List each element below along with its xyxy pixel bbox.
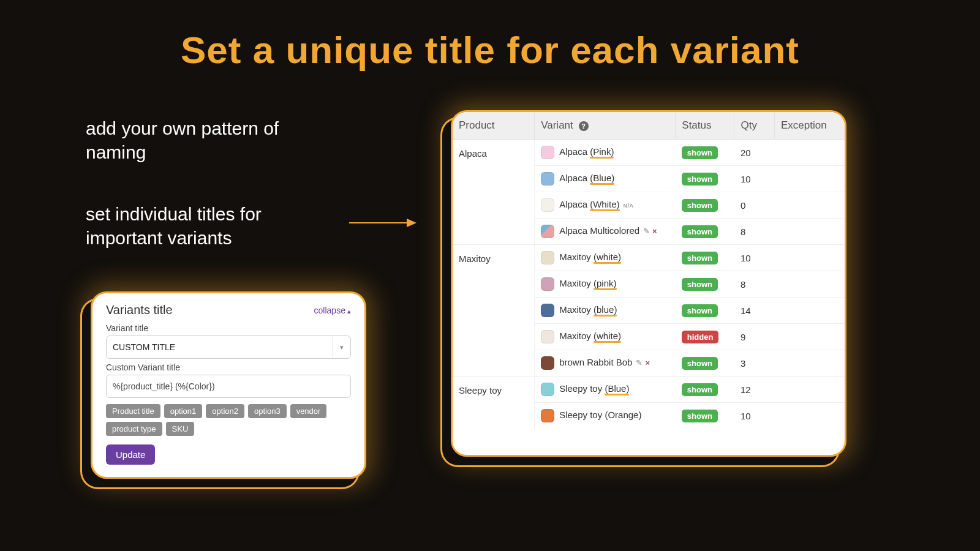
qty-cell: 12 [734,377,774,403]
token-chip[interactable]: Product title [106,404,160,418]
table-row: AlpacaAlpaca (Pink)shown20 [453,140,845,166]
product-thumb-icon [541,277,554,291]
status-badge: shown [682,304,718,317]
qty-cell: 9 [734,324,774,350]
product-thumb-icon [541,356,554,370]
table-row: MaxitoyMaxitoy (white)shown10 [453,245,845,271]
variant-cell: brown Rabbit Bob✎× [535,350,676,377]
arrow-icon [349,216,417,230]
product-thumb-icon [541,330,554,343]
exception-cell [774,377,845,403]
variant-cell: Sleepy toy (Blue) [535,377,676,403]
svg-marker-1 [407,219,417,227]
token-chip[interactable]: option3 [248,404,287,418]
status-cell: shown [676,192,734,219]
variant-cell: Alpaca Multicolored✎× [535,219,676,245]
delete-icon[interactable]: × [652,227,657,236]
exception-cell [774,350,845,377]
exception-cell [774,271,845,298]
status-cell: shown [676,245,734,271]
status-cell: shown [676,350,734,377]
variants-table-card: Product Variant ? Status Qty Exception A… [451,110,846,457]
variant-cell: Maxitoy (pink) [535,271,676,298]
variant-cell: Maxitoy (white) [535,324,676,350]
custom-title-input[interactable]: %{product_title} (%{Color}) [106,375,351,398]
qty-cell: 14 [734,298,774,324]
qty-cell: 8 [734,271,774,298]
variant-title-select[interactable]: CUSTOM TITLE ▾ [106,335,351,359]
subtitle-2: set individual titles for important vari… [86,202,343,250]
product-name: Sleepy toy [453,377,535,429]
qty-cell: 10 [734,166,774,192]
variants-table: Product Variant ? Status Qty Exception A… [453,112,845,429]
custom-title-label: Custom Variant title [106,362,351,372]
variants-title-card: Variants title collapse Variant title CU… [91,291,366,479]
status-badge: shown [682,278,718,291]
product-name: Maxitoy [453,245,535,377]
status-cell: shown [676,377,734,403]
status-badge: shown [682,383,718,396]
product-thumb-icon [541,225,554,238]
status-cell: shown [676,140,734,166]
status-badge: shown [682,410,718,422]
product-thumb-icon [541,146,554,159]
exception-cell [774,140,845,166]
token-chip[interactable]: SKU [166,422,195,436]
status-cell: hidden [676,324,734,350]
qty-cell: 0 [734,192,774,219]
status-badge: shown [682,173,718,186]
status-badge: shown [682,199,718,212]
product-thumb-icon [541,251,554,264]
page-title: Set a unique title for each variant [0,28,980,72]
variant-cell: Alpaca (Blue) [535,166,676,192]
token-chips: Product titleoption1option2option3vendor… [106,404,351,436]
status-badge: shown [682,252,718,264]
col-product: Product [453,112,535,140]
delete-icon[interactable]: × [645,358,650,367]
exception-cell [774,403,845,429]
qty-cell: 8 [734,219,774,245]
status-badge: hidden [682,331,719,343]
variant-cell: Alpaca (Pink) [535,140,676,166]
col-exception: Exception [774,112,845,140]
exception-cell [774,324,845,350]
status-badge: shown [682,146,718,159]
token-chip[interactable]: vendor [290,404,327,418]
qty-cell: 3 [734,350,774,377]
variant-title-label: Variant title [106,323,351,333]
exception-cell [774,192,845,219]
status-cell: shown [676,271,734,298]
edit-icon[interactable]: ✎ [636,358,643,367]
variant-cell: Sleepy toy (Orange) [535,403,676,429]
qty-cell: 10 [734,403,774,429]
status-cell: shown [676,219,734,245]
variant-cell: Maxitoy (blue) [535,298,676,324]
variant-cell: Alpaca (White)N/A [535,192,676,219]
table-row: Sleepy toySleepy toy (Blue)shown12 [453,377,845,403]
token-chip[interactable]: product type [106,422,162,436]
token-chip[interactable]: option2 [206,404,244,418]
update-button[interactable]: Update [106,444,155,465]
col-variant: Variant ? [535,112,676,140]
exception-cell [774,219,845,245]
product-thumb-icon [541,383,554,396]
col-status: Status [676,112,734,140]
status-cell: shown [676,298,734,324]
chevron-down-icon: ▾ [333,337,350,358]
collapse-link[interactable]: collapse [314,305,351,315]
status-badge: shown [682,225,718,238]
status-badge: shown [682,357,718,370]
edit-icon[interactable]: ✎ [643,227,650,236]
product-thumb-icon [541,304,554,317]
status-cell: shown [676,166,734,192]
col-qty: Qty [734,112,774,140]
input-value: %{product_title} (%{Color}) [113,381,215,391]
exception-cell [774,298,845,324]
card-title: Variants title [106,303,173,317]
help-icon[interactable]: ? [579,121,589,131]
token-chip[interactable]: option1 [164,404,203,418]
subtitle-1: add your own pattern of naming [86,116,343,164]
product-thumb-icon [541,172,554,186]
select-value: CUSTOM TITLE [113,342,175,352]
product-thumb-icon [541,198,554,212]
